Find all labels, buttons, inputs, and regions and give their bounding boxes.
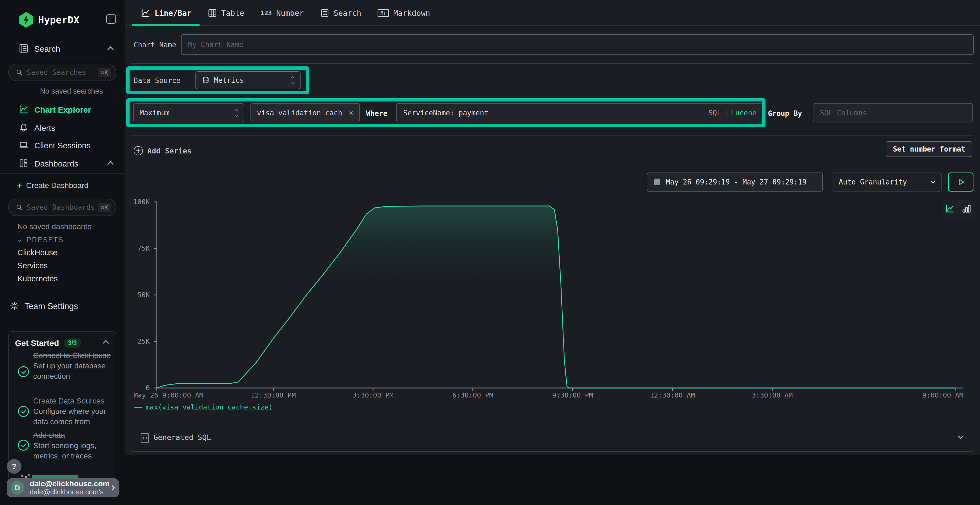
play-icon: [957, 178, 965, 186]
chevron-up-icon[interactable]: [103, 340, 109, 346]
presets-label: PRESETS: [27, 236, 64, 244]
sidebar-item-alerts[interactable]: Alerts: [0, 119, 124, 137]
aggregation-select[interactable]: Maximum: [133, 103, 244, 122]
get-started-item[interactable]: Add Data Start sending logs, metrics, or…: [33, 430, 113, 461]
plus-icon: +: [17, 180, 22, 191]
line-chart[interactable]: [153, 200, 967, 391]
get-started-item-description: Start sending logs, metrics, or traces: [33, 440, 113, 461]
code-icon: [140, 433, 150, 445]
get-started-header[interactable]: Get Started 3/3: [15, 338, 81, 348]
get-started-item[interactable]: Create Data Sources Configure where your…: [33, 396, 113, 427]
create-dashboard-label: Create Dashboard: [26, 181, 89, 190]
sidebar-item-label: Chart Explorer: [34, 105, 91, 114]
where-input[interactable]: [396, 103, 763, 122]
preset-clickhouse[interactable]: ClickHouse: [18, 248, 57, 257]
sidebar-item-chart-explorer[interactable]: Chart Explorer: [0, 101, 124, 119]
sidebar-section-search[interactable]: Search: [0, 41, 124, 57]
query-language-toggle[interactable]: SQL|Lucene: [708, 109, 757, 117]
aggregation-value: Maximum: [140, 109, 170, 117]
help-button[interactable]: ?: [7, 459, 22, 474]
y-tick-label: 75K: [125, 245, 150, 252]
get-started-item-description: Set up your database connection: [33, 361, 113, 381]
sql-toggle[interactable]: SQL: [708, 109, 721, 117]
user-texts: dale@clickhouse.com dale@clickhouse.com'…: [30, 480, 105, 496]
collapse-sidebar-icon[interactable]: [106, 13, 116, 26]
user-menu[interactable]: D dale@clickhouse.com dale@clickhouse.co…: [7, 478, 119, 497]
app-root: HyperDX Search: [0, 0, 980, 505]
shortcut-badge: ⌘K: [98, 203, 111, 212]
sidebar: HyperDX Search: [0, 0, 124, 505]
x-tick-label: 9:00:00 AM: [922, 391, 963, 399]
data-source-label: Data Source: [134, 76, 180, 85]
y-tick-label: 100K: [125, 198, 150, 206]
no-saved-searches-note: No saved searches: [40, 87, 103, 95]
tab-label: Number: [276, 9, 304, 18]
lucene-toggle[interactable]: Lucene: [731, 109, 757, 117]
generated-sql-toggle[interactable]: Generated SQL: [125, 423, 980, 451]
get-started-title: Get Started: [15, 338, 59, 348]
tabs-underline-track: [125, 25, 980, 26]
chart-type-tabs: Line/Bar Table 123 Number: [125, 0, 980, 26]
team-settings-label: Team Settings: [24, 302, 78, 311]
tab-line-bar[interactable]: Line/Bar: [132, 0, 200, 26]
get-started-item-title: Connect to ClickHouse: [33, 351, 111, 360]
database-icon: [202, 76, 210, 84]
tab-search[interactable]: Search: [312, 0, 369, 26]
y-tick-label: 0: [125, 384, 150, 392]
granularity-select[interactable]: Auto Granularity: [832, 173, 942, 192]
laptop-icon: [19, 140, 29, 151]
layout-icon: [19, 158, 29, 169]
add-series-button[interactable]: Add Series: [134, 143, 192, 159]
set-number-format-label: Set number format: [893, 145, 965, 153]
sidebar-item-dashboards[interactable]: Dashboards: [0, 155, 124, 173]
check-circle-icon: [18, 406, 29, 417]
get-started-progress-badge: 3/3: [64, 338, 81, 348]
plus-circle-icon: [134, 146, 143, 156]
data-source-select[interactable]: Metrics: [196, 71, 301, 89]
presets-header[interactable]: PRESETS: [18, 236, 64, 244]
get-started-item[interactable]: Connect to ClickHouse Set up your databa…: [33, 351, 113, 381]
run-query-button[interactable]: [948, 173, 974, 192]
get-started-item-title: Add Data: [33, 431, 65, 440]
x-tick-label: May 26 9:00:00 AM: [134, 391, 204, 399]
create-dashboard-button[interactable]: + Create Dashboard: [0, 178, 124, 194]
preset-services[interactable]: Services: [18, 261, 48, 270]
number-icon: 123: [261, 10, 272, 17]
legend-line-swatch: [134, 407, 142, 408]
divider: [131, 64, 973, 64]
date-range-input[interactable]: May 26 09:29:19 - May 27 09:29:19: [647, 173, 823, 192]
no-saved-dashboards-note: No saved dashboards: [18, 222, 91, 231]
saved-dashboards-input[interactable]: ⌘K: [8, 199, 116, 216]
close-icon[interactable]: ×: [349, 108, 353, 117]
saved-dashboards-field[interactable]: [27, 203, 94, 211]
user-subtitle: dale@clickhouse.com's: [30, 488, 105, 496]
chart-legend[interactable]: max(visa_validation_cache.size): [134, 403, 273, 411]
tab-label: Line/Bar: [154, 9, 191, 18]
saved-searches-field[interactable]: [27, 68, 94, 76]
saved-searches-input[interactable]: ⌘K: [8, 64, 116, 81]
sidebar-item-client-sessions[interactable]: Client Sessions: [0, 137, 124, 154]
metric-tag[interactable]: visa_validation_cach ×: [250, 103, 360, 122]
avatar: D: [11, 481, 24, 495]
chevron-up-icon[interactable]: [108, 46, 114, 53]
chart-name-label: Chart Name: [134, 41, 177, 49]
tab-label: Table: [221, 9, 244, 18]
calendar-icon: [653, 178, 661, 186]
tab-markdown[interactable]: M↓ Markdown: [369, 0, 438, 26]
preset-kubernetes[interactable]: Kubernetes: [18, 274, 58, 283]
sidebar-item-team-settings[interactable]: Team Settings: [0, 298, 124, 314]
search-icon: [16, 69, 23, 76]
user-email: dale@clickhouse.com: [30, 480, 105, 488]
check-circle-icon: [18, 440, 29, 451]
legend-label: max(visa_validation_cache.size): [146, 403, 273, 411]
chevron-up-icon[interactable]: [108, 161, 114, 168]
tab-number[interactable]: 123 Number: [252, 0, 312, 26]
tab-table[interactable]: Table: [200, 0, 252, 26]
lightning-bolt-icon: [22, 15, 30, 25]
set-number-format-button[interactable]: Set number format: [886, 141, 972, 157]
group-by-input[interactable]: [813, 103, 973, 122]
chart-name-input[interactable]: [181, 34, 974, 55]
hyperdx-logo-icon[interactable]: [19, 12, 33, 28]
get-started-card: Get Started 3/3 Connect to ClickHouse Se…: [8, 331, 116, 481]
x-tick-label: 3:30:00 PM: [353, 391, 394, 399]
